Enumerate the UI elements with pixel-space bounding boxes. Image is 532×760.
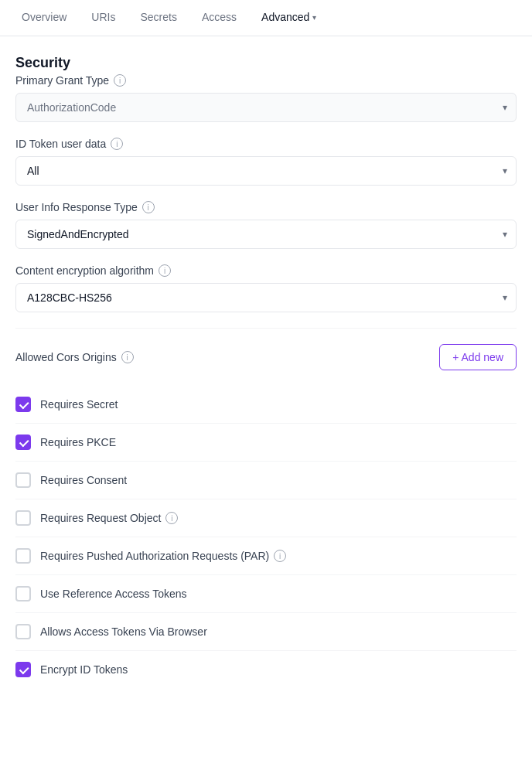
- allows-access-tokens-via-browser-checkbox[interactable]: [15, 624, 31, 639]
- nav-tabs: Overview URIs Secrets Access Advanced ▾: [0, 0, 532, 36]
- content-encryption-algorithm-group: Content encryption algorithm i A128CBC-H…: [15, 264, 517, 312]
- tab-access[interactable]: Access: [193, 0, 246, 36]
- requires-pushed-auth-label: Requires Pushed Authorization Requests (…: [40, 550, 286, 562]
- tab-overview[interactable]: Overview: [12, 0, 76, 36]
- encrypt-id-tokens-label: Encrypt ID Tokens: [40, 663, 128, 676]
- encrypt-id-tokens-item: Encrypt ID Tokens: [15, 651, 517, 688]
- content-encryption-algorithm-label: Content encryption algorithm i: [15, 264, 517, 277]
- primary-grant-type-label-text: Primary Grant Type: [15, 74, 109, 87]
- content-encryption-algorithm-select[interactable]: A128CBC-HS256: [15, 283, 517, 312]
- use-reference-tokens-checkbox[interactable]: [15, 586, 31, 602]
- id-token-user-data-group: ID Token user data i All ▾: [15, 138, 517, 186]
- user-info-response-type-group: User Info Response Type i SignedAndEncry…: [15, 201, 517, 249]
- user-info-response-type-label: User Info Response Type i: [15, 201, 517, 213]
- allows-access-tokens-via-browser-item: Allows Access Tokens Via Browser: [15, 613, 517, 651]
- section-title: Security: [15, 55, 517, 71]
- main-content: Security Primary Grant Type i Authorizat…: [0, 36, 532, 710]
- chevron-down-icon: ▾: [312, 13, 316, 22]
- primary-grant-type-group: Primary Grant Type i AuthorizationCode ▾: [15, 74, 517, 122]
- content-encryption-algorithm-label-text: Content encryption algorithm: [15, 264, 154, 277]
- cors-origins-label: Allowed Cors Origins i: [15, 351, 134, 363]
- user-info-response-type-select[interactable]: SignedAndEncrypted: [15, 220, 517, 249]
- requires-request-object-checkbox[interactable]: [15, 510, 31, 526]
- requires-consent-checkbox[interactable]: [15, 472, 31, 488]
- content-encryption-algorithm-select-wrapper: A128CBC-HS256 ▾: [15, 283, 517, 312]
- primary-grant-type-label: Primary Grant Type i: [15, 74, 517, 87]
- primary-grant-type-select-wrapper: AuthorizationCode ▾: [15, 93, 517, 122]
- cors-origins-header: Allowed Cors Origins i + Add new: [15, 344, 517, 370]
- content-encryption-algorithm-info-icon[interactable]: i: [159, 264, 171, 277]
- tab-secrets[interactable]: Secrets: [131, 0, 186, 36]
- divider: [15, 328, 517, 329]
- requires-pushed-auth-item: Requires Pushed Authorization Requests (…: [15, 537, 517, 575]
- checkbox-group: Requires Secret Requires PKCE Requires C…: [15, 386, 517, 688]
- add-new-cors-button[interactable]: + Add new: [439, 344, 517, 370]
- requires-pkce-label: Requires PKCE: [40, 436, 116, 448]
- id-token-user-data-info-icon[interactable]: i: [111, 138, 123, 150]
- requires-secret-item: Requires Secret: [15, 386, 517, 424]
- id-token-user-data-select[interactable]: All: [15, 156, 517, 186]
- requires-consent-label: Requires Consent: [40, 474, 127, 486]
- user-info-response-type-info-icon[interactable]: i: [142, 201, 155, 213]
- user-info-response-type-select-wrapper: SignedAndEncrypted ▾: [15, 220, 517, 249]
- cors-origins-label-text: Allowed Cors Origins: [15, 351, 117, 363]
- advanced-label: Advanced: [261, 11, 309, 23]
- id-token-user-data-label-text: ID Token user data: [15, 138, 106, 150]
- user-info-response-type-label-text: User Info Response Type: [15, 201, 138, 213]
- use-reference-tokens-label: Use Reference Access Tokens: [40, 588, 187, 600]
- id-token-user-data-select-wrapper: All ▾: [15, 156, 517, 186]
- id-token-user-data-label: ID Token user data i: [15, 138, 517, 150]
- requires-request-object-label: Requires Request Object i: [40, 512, 178, 524]
- requires-secret-label: Requires Secret: [40, 398, 118, 411]
- cors-origins-info-icon[interactable]: i: [121, 351, 134, 363]
- requires-request-object-item: Requires Request Object i: [15, 499, 517, 537]
- primary-grant-type-info-icon[interactable]: i: [114, 74, 126, 87]
- requires-pushed-auth-info-icon[interactable]: i: [274, 550, 286, 562]
- requires-secret-checkbox[interactable]: [15, 397, 31, 412]
- requires-pkce-checkbox[interactable]: [15, 435, 31, 450]
- primary-grant-type-select[interactable]: AuthorizationCode: [15, 93, 517, 122]
- requires-consent-item: Requires Consent: [15, 462, 517, 499]
- requires-pushed-auth-checkbox[interactable]: [15, 548, 31, 564]
- requires-request-object-info-icon[interactable]: i: [165, 512, 178, 524]
- requires-pkce-item: Requires PKCE: [15, 424, 517, 462]
- tab-advanced[interactable]: Advanced ▾: [252, 0, 326, 36]
- tab-uris[interactable]: URIs: [82, 0, 124, 36]
- use-reference-tokens-item: Use Reference Access Tokens: [15, 575, 517, 613]
- allows-access-tokens-via-browser-label: Allows Access Tokens Via Browser: [40, 625, 207, 638]
- encrypt-id-tokens-checkbox[interactable]: [15, 662, 31, 677]
